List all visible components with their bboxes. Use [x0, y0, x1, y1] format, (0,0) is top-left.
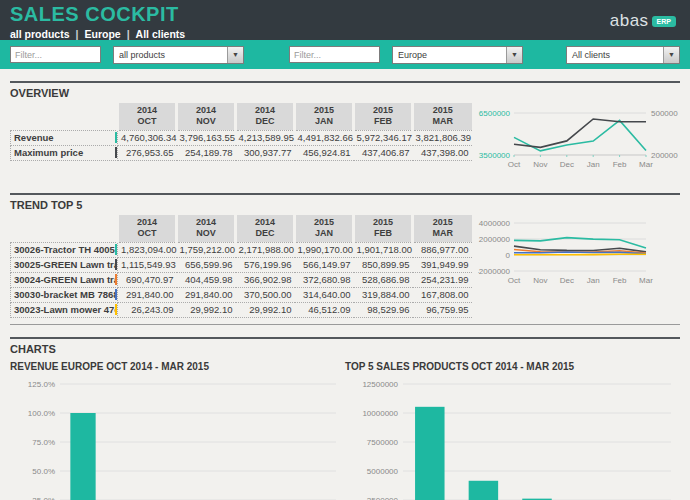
cell-value: 46,512.09: [295, 302, 354, 317]
table-row: Maximum price276,953.65254,189.78300,937…: [11, 145, 472, 160]
filter-bar: all products ▼ Europe ▼ All clients ▼: [0, 40, 690, 69]
chevron-down-icon: ▼: [663, 47, 679, 63]
cell-value: 300,937.77: [236, 145, 295, 160]
cell-value: 1,990,170.00: [295, 242, 354, 257]
app-header: SALES COCKPIT all products|Europe|All cl…: [0, 0, 690, 40]
trend-line-chart: 400000020000000-2000000OctNovDecJanFebMa…: [472, 215, 686, 318]
chevron-down-icon: ▼: [506, 47, 522, 63]
overview-line-chart: 65000003500000500000200000OctNovDecJanFe…: [472, 103, 686, 181]
cell-value: 167,808.00: [413, 287, 472, 302]
series-color-marker: [115, 244, 118, 255]
cell-value: 1,823,094.00: [118, 242, 177, 257]
series-color-marker: [115, 304, 118, 315]
overview-section-title: OVERVIEW: [10, 87, 680, 99]
breadcrumb-item[interactable]: all products: [10, 28, 70, 40]
cell-value: 690,470.97: [118, 272, 177, 287]
product-select-value: all products: [114, 47, 227, 63]
overview-table: 2014OCT2014NOV2014DEC2015JAN2015FEB2015M…: [10, 103, 472, 181]
cell-value: 370,500.00: [236, 287, 295, 302]
cell-value: 1,115,549.93: [118, 257, 177, 272]
cell-value: 254,189.78: [177, 145, 236, 160]
cell-value: 4,760,306.34: [118, 130, 177, 145]
region-filter-input[interactable]: [289, 46, 380, 63]
svg-text:Nov: Nov: [533, 276, 547, 285]
table-row: Revenue4,760,306.343,796,163.554,213,589…: [11, 130, 472, 145]
month-column-header: 2014NOV: [177, 215, 236, 242]
svg-text:50.0%: 50.0%: [32, 467, 55, 476]
month-column-header: 2015FEB: [354, 103, 413, 130]
client-select[interactable]: All clients ▼: [566, 46, 680, 64]
month-column-header: 2015MAR: [413, 215, 472, 242]
month-column-header: 2014OCT: [118, 103, 177, 130]
svg-text:2000000: 2000000: [478, 235, 510, 244]
charts-section: CHARTS REVENUE EUROPE OCT 2014 - MAR 201…: [10, 337, 680, 500]
row-label: Maximum price: [11, 145, 118, 160]
svg-text:5000000: 5000000: [367, 467, 399, 476]
cell-value: 254,231.99: [413, 272, 472, 287]
month-column-header: 2014NOV: [177, 103, 236, 130]
row-label: 30023-Lawn mower 47cm 2.0 hp engine: [11, 302, 118, 317]
month-column-header: 2015FEB: [354, 215, 413, 242]
table-corner: [11, 103, 118, 130]
page-title: SALES COCKPIT: [10, 3, 680, 26]
cell-value: 404,459.98: [177, 272, 236, 287]
cell-value: 98,529.96: [354, 302, 413, 317]
charts-section-title: CHARTS: [10, 343, 680, 355]
series-color-marker: [115, 132, 118, 143]
breadcrumb-item[interactable]: All clients: [136, 28, 186, 40]
breadcrumb: all products|Europe|All clients: [10, 28, 680, 40]
product-filter-input[interactable]: [10, 46, 101, 63]
cell-value: 319,884.00: [354, 287, 413, 302]
month-column-header: 2015JAN: [295, 215, 354, 242]
svg-text:12500000: 12500000: [362, 380, 398, 389]
cell-value: 291,840.00: [118, 287, 177, 302]
series-color-marker: [115, 259, 118, 270]
table-corner: [11, 215, 118, 242]
cell-value: 372,680.98: [295, 272, 354, 287]
logo-text: abas: [610, 11, 649, 31]
row-label: Revenue: [11, 130, 118, 145]
svg-text:Oct: Oct: [507, 160, 520, 169]
svg-text:6500000: 6500000: [478, 109, 510, 118]
svg-text:Dec: Dec: [559, 276, 573, 285]
cell-value: 1,759,212.00: [177, 242, 236, 257]
cell-value: 26,243.09: [118, 302, 177, 317]
trend-table: 2014OCT2014NOV2014DEC2015JAN2015FEB2015M…: [10, 215, 472, 318]
cell-value: 456,924.81: [295, 145, 354, 160]
svg-text:Mar: Mar: [639, 276, 653, 285]
region-select-value: Europe: [393, 47, 506, 63]
revenue-europe-chart-title: REVENUE EUROPE OCT 2014 - MAR 2015: [10, 361, 345, 372]
svg-text:Feb: Feb: [612, 160, 626, 169]
svg-text:100.0%: 100.0%: [28, 409, 55, 418]
trend-section-title: TREND TOP 5: [10, 199, 680, 211]
cell-value: 528,686.98: [354, 272, 413, 287]
cell-value: 566,149.97: [295, 257, 354, 272]
svg-text:2500000: 2500000: [367, 496, 399, 500]
region-select[interactable]: Europe ▼: [392, 46, 523, 64]
svg-text:10000000: 10000000: [362, 409, 398, 418]
revenue-europe-bar-chart: 125.0%100.0%75.0%50.0%25.0%0.0%WesternEu…: [10, 374, 345, 500]
cell-value: 5,972,346.17: [354, 130, 413, 145]
row-label: 30025-GREEN Lawn tractor TA 501: [11, 257, 118, 272]
svg-text:Nov: Nov: [533, 160, 547, 169]
cell-value: 4,491,832.66: [295, 130, 354, 145]
cell-value: 437,398.00: [413, 145, 472, 160]
cell-value: 3,796,163.55: [177, 130, 236, 145]
cell-value: 850,899.95: [354, 257, 413, 272]
svg-text:-2000000: -2000000: [478, 267, 511, 276]
month-column-header: 2014DEC: [236, 103, 295, 130]
logo-erp-badge: ERP: [652, 16, 676, 27]
kpi-table: 2014OCT2014NOV2014DEC2015JAN2015FEB2015M…: [10, 103, 472, 161]
cell-value: 576,199.96: [236, 257, 295, 272]
svg-text:Dec: Dec: [559, 160, 573, 169]
cell-value: 314,640.00: [295, 287, 354, 302]
svg-text:0: 0: [505, 251, 510, 260]
breadcrumb-item[interactable]: Europe: [84, 28, 120, 40]
abas-logo: abas ERP: [610, 11, 676, 31]
series-color-marker: [115, 289, 118, 300]
table-row: 30030-bracket MB 78687687291,840.00291,8…: [11, 287, 472, 302]
product-select[interactable]: all products ▼: [113, 46, 244, 64]
row-label: 30030-bracket MB 78687687: [11, 287, 118, 302]
cell-value: 29,992.10: [177, 302, 236, 317]
cell-value: 437,406.87: [354, 145, 413, 160]
